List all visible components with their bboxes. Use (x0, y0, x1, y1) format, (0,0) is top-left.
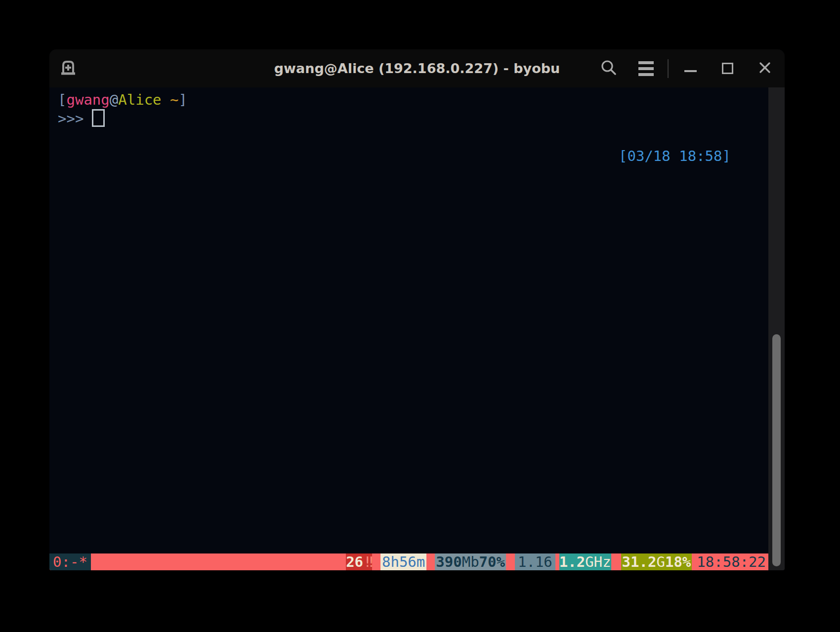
updates-count: 26 (346, 553, 363, 570)
memory-value: 390 (436, 553, 462, 570)
search-button[interactable] (595, 49, 623, 87)
new-tab-icon (59, 59, 78, 79)
prompt-host: Alice (118, 91, 161, 108)
load-badge: 1.16 (515, 553, 555, 570)
input-prompt: >>> (58, 110, 84, 127)
close-icon (757, 60, 772, 77)
search-icon (600, 59, 618, 79)
prompt-home: ~ (162, 91, 179, 108)
disk-badge: 31.2G18% (621, 553, 692, 570)
new-tab-button[interactable] (54, 49, 82, 87)
tmux-window-indicator: 0:-* (49, 553, 91, 570)
close-button[interactable] (751, 49, 779, 87)
terminal-screen[interactable]: [gwang@Alice ~] >>> [03/18 18:58] (49, 87, 768, 553)
prompt-bracket-close: ] (178, 91, 187, 108)
titlebar-separator (668, 59, 669, 78)
prompt-datetime: [03/18 18:58] (619, 147, 731, 165)
memory-unit: Mb (462, 553, 479, 570)
disk-percent: 18% (665, 553, 691, 570)
minimize-icon (684, 70, 697, 72)
cpu-unit: GHz (585, 553, 611, 570)
byobu-status-bar: 0:-* 26!! 8h56m 390Mb70% 1.16 1.2GHz 31.… (49, 553, 768, 570)
cpu-badge: 1.2GHz (559, 553, 611, 570)
menu-button[interactable] (632, 49, 660, 87)
prompt-bracket-open: [ (58, 91, 66, 108)
terminal-window: gwang@Alice (192.168.0.227) - byobu (49, 49, 785, 570)
maximize-icon (722, 63, 733, 74)
prompt-line: [gwang@Alice ~] (58, 91, 187, 108)
minimize-button[interactable] (676, 49, 704, 87)
disk-unit: G (656, 553, 665, 570)
uptime-badge: 8h56m (380, 553, 426, 570)
disk-value: 31.2 (622, 553, 657, 570)
prompt-user: gwang (66, 91, 109, 108)
prompt-at: @ (110, 91, 118, 108)
memory-badge: 390Mb70% (435, 553, 506, 570)
scrollbar-track[interactable] (768, 87, 785, 570)
clock-badge: 18:58:22 (697, 553, 768, 570)
titlebar[interactable]: gwang@Alice (192.168.0.227) - byobu (49, 49, 785, 87)
hamburger-menu-icon (638, 61, 654, 76)
terminal-output: [gwang@Alice ~] >>> (58, 90, 187, 128)
memory-percent: 70% (479, 553, 505, 570)
maximize-button[interactable] (714, 49, 741, 87)
scrollbar-thumb[interactable] (772, 334, 781, 566)
terminal-cursor (92, 109, 105, 127)
desktop: { "window": { "title": "gwang@Alice (192… (0, 0, 840, 632)
updates-badge: 26!! (346, 553, 372, 570)
updates-alert: !! (363, 553, 371, 570)
window-title: gwang@Alice (192.168.0.227) - byobu (49, 49, 785, 87)
cpu-value: 1.2 (559, 553, 585, 570)
